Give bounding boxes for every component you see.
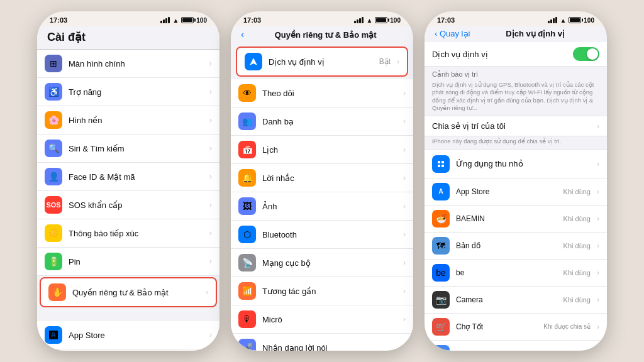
- list-item[interactable]: 🔍 Siri & Tìm kiếm ›: [37, 134, 219, 163]
- icon-be: be: [432, 264, 450, 282]
- svg-rect-0: [438, 161, 440, 163]
- toggle-switch[interactable]: [573, 47, 599, 61]
- icon-quyen: ✋: [48, 283, 66, 301]
- icon-bluetooth: ⬡: [238, 226, 256, 243]
- dv-wrapper: Dịch vụ định vị Bật ›: [231, 44, 413, 79]
- time-2: 17:03: [243, 16, 261, 24]
- icon-appstore: 🅰: [45, 326, 62, 344]
- list-item[interactable]: G Chrome Không ›: [425, 341, 607, 351]
- ung-dung-thu-nho[interactable]: Ứng dụng thu nhỏ ›: [425, 150, 607, 178]
- status-bar-1: 17:03 ▲ 100: [37, 11, 219, 26]
- list-item[interactable]: 🌸 Hình nền ›: [37, 106, 219, 134]
- quyen-rieng-tu-item[interactable]: ✋ Quyền riêng tư & Bảo mật ›: [40, 277, 217, 307]
- icon-mang: 📡: [238, 254, 256, 272]
- screen-3: ‹ Quay lại Dịch vụ định vị Dịch vụ định …: [425, 26, 607, 351]
- screen-2: ‹ Quyền riêng tư & Bảo mật Dịch vụ định …: [231, 26, 413, 351]
- icon-tuongtac: 📶: [238, 282, 256, 300]
- icon-lich: 📅: [238, 141, 256, 158]
- list-item[interactable]: 🅰 App Store ›: [37, 321, 219, 349]
- list-item[interactable]: 📡 Mạng cục bộ ›: [231, 249, 413, 277]
- list-item[interactable]: 🔔 Lời nhắc ›: [231, 164, 413, 192]
- back-btn-3[interactable]: ‹ Quay lại: [435, 29, 470, 38]
- icon-pin: 🔋: [45, 253, 62, 270]
- list-item[interactable]: ⊞ Màn hình chính ›: [37, 50, 219, 78]
- phone3: 17:03 ▲ 100 ‹ Quay lại Dịch vụ định vị D…: [425, 11, 607, 351]
- icon-manchinhhinh: ⊞: [45, 55, 62, 72]
- svg-rect-1: [441, 161, 444, 163]
- svg-rect-3: [441, 165, 444, 167]
- list-item[interactable]: 🖼 Ảnh ›: [231, 192, 413, 221]
- signal-3: [548, 17, 557, 23]
- icon-gps: [245, 53, 262, 70]
- status-bar-3: 17:03 ▲ 100: [425, 11, 607, 26]
- screen3-title: Dịch vụ định vị: [474, 29, 597, 38]
- gap1: [37, 309, 219, 321]
- list-item[interactable]: SOS SOS khẩn cấp ›: [37, 191, 219, 219]
- chia-se-item[interactable]: Chia sẻ vị trí của tôi ›: [425, 116, 607, 136]
- icon-anh: 🖼: [238, 197, 256, 215]
- list-item[interactable]: A App Store Khi dùng ›: [425, 178, 607, 206]
- list-item[interactable]: ⬡ Bluetooth ›: [231, 221, 413, 249]
- battery-3: [569, 17, 581, 23]
- phone1: 17:03 ▲ 100 Cài đặt ⊞ Màn hình chính › ♿: [37, 11, 219, 351]
- battery-1: [181, 17, 194, 23]
- list-item[interactable]: 👥 Danh bạ ›: [231, 107, 413, 136]
- time-3: 17:03: [437, 16, 455, 24]
- screen2-header: ‹ Quyền riêng tư & Bảo mật: [231, 26, 413, 44]
- icon-faceid: 👤: [45, 168, 62, 185]
- list-item[interactable]: 👁 Theo dõi ›: [231, 79, 413, 107]
- wifi-1: ▲: [172, 17, 179, 24]
- icon-loinhac: 🔔: [238, 169, 256, 187]
- list-item[interactable]: 👤 Face ID & Mật mã ›: [37, 163, 219, 191]
- battery-pct-2: 100: [390, 17, 401, 24]
- list-item[interactable]: 🎙 Micrô ›: [231, 305, 413, 334]
- highlighted-wrapper: ✋ Quyền riêng tư & Bảo mật ›: [37, 276, 219, 309]
- phone2: 17:03 ▲ 100 ‹ Quyền riêng tư & Bảo mật D…: [231, 11, 413, 351]
- icon-theodoi: 👁: [238, 84, 256, 102]
- wifi-2: ▲: [366, 17, 372, 24]
- icon-micro: 🎙: [238, 310, 256, 328]
- icon-appstore2: A: [432, 183, 450, 200]
- list-item[interactable]: 🔋 Pin ›: [37, 248, 219, 276]
- list-item[interactable]: 📅 Lịch ›: [231, 136, 413, 164]
- list-item[interactable]: ♿ Trợ năng ›: [37, 78, 219, 106]
- list-item[interactable]: 🍜 BAEMIN Khi dùng ›: [425, 206, 607, 233]
- section2-desc: iPhone này đang được sử dụng để chia sẻ …: [425, 136, 607, 149]
- battery-2: [375, 17, 387, 23]
- dich-vu-item[interactable]: Dịch vụ định vị Bật ›: [236, 47, 408, 77]
- settings-title: Cài đặt: [47, 31, 86, 43]
- toggle-item[interactable]: Dịch vụ định vị: [425, 42, 607, 67]
- icon-tronang: ♿: [45, 83, 62, 101]
- battery-pct-3: 100: [584, 17, 594, 24]
- svg-rect-2: [438, 165, 440, 167]
- signal-2: [354, 17, 364, 23]
- section1-header: Cảnh báo vị trí: [425, 67, 607, 80]
- list-item[interactable]: 📷 Camera Khi dùng ›: [425, 287, 607, 314]
- list-item[interactable]: 🛒 Chợ Tốt Khi được chia sẻ ›: [425, 314, 607, 341]
- icon-thu-nho: [432, 155, 450, 173]
- list-item[interactable]: be be Khi dùng ›: [425, 260, 607, 287]
- icon-camera3: 📷: [432, 291, 450, 309]
- icon-hinhnен: 🌸: [45, 111, 62, 129]
- icon-bando: 🗺: [432, 237, 450, 255]
- icon-nhanang: 🎤: [238, 339, 256, 351]
- list-item[interactable]: 📶 Tương tác gần ›: [231, 277, 413, 305]
- status-bar-2: 17:03 ▲ 100: [231, 11, 413, 26]
- icon-chotot: 🛒: [432, 318, 450, 336]
- icon-danhba: 👥: [238, 112, 256, 130]
- signal-1: [160, 17, 170, 23]
- screen3-header: ‹ Quay lại Dịch vụ định vị: [425, 26, 607, 42]
- time-1: 17:03: [50, 16, 67, 24]
- icon-baemin: 🍜: [432, 210, 450, 228]
- list-item[interactable]: ☀️ Thông báo tiếp xúc ›: [37, 219, 219, 248]
- dv-status: Bật: [379, 57, 391, 66]
- back-btn-2[interactable]: ‹: [241, 29, 244, 40]
- list-item[interactable]: 🎤 Nhận dạng lời nói ›: [231, 334, 413, 351]
- settings-list: ⊞ Màn hình chính › ♿ Trợ năng › 🌸 Hình n…: [37, 50, 219, 351]
- screen1-header: Cài đặt: [37, 26, 219, 50]
- list-item[interactable]: 🗺 Bản đồ Khi dùng ›: [425, 233, 607, 260]
- list-item[interactable]: 👛 Ví ›: [37, 349, 219, 351]
- section1-desc: Dịch vụ định vị sử dụng GPS, Bluetooth v…: [425, 80, 607, 116]
- icon-sos: SOS: [45, 196, 62, 214]
- icon-siri: 🔍: [45, 140, 62, 157]
